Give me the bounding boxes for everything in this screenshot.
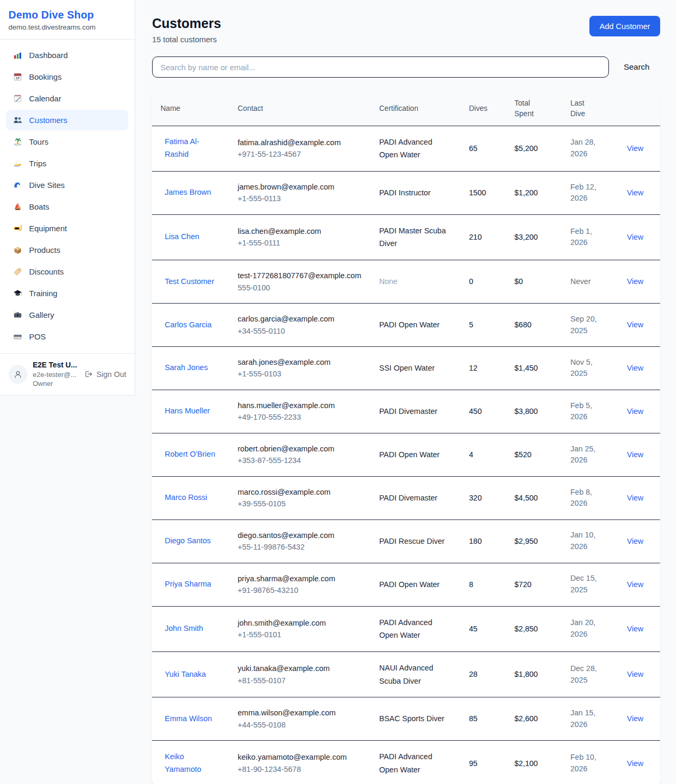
customer-name-link[interactable]: Sarah Jones: [165, 362, 208, 374]
table-row: James Brown james.brown@example.com +1-5…: [152, 171, 660, 214]
customer-email: emma.wilson@example.com: [238, 707, 362, 719]
user-role: Owner: [33, 379, 79, 389]
sidebar-item-training[interactable]: Training: [6, 283, 128, 304]
certification-cell: PADI Open Water: [371, 563, 461, 606]
sign-out-button[interactable]: Sign Out: [84, 370, 126, 379]
search-input[interactable]: [152, 56, 609, 78]
certification-cell: SSI Open Water: [371, 346, 461, 390]
last-dive-cell: Dec 28, 2025: [562, 651, 618, 697]
customer-name-link[interactable]: Priya Sharma: [165, 578, 211, 591]
customer-email: yuki.tanaka@example.com: [238, 663, 362, 674]
view-link[interactable]: View: [627, 188, 643, 197]
table-row: Yuki Tanaka yuki.tanaka@example.com +81-…: [152, 651, 660, 697]
calendar-date-icon: [13, 72, 23, 82]
certification-cell: PADI Advanced Open Water: [371, 126, 461, 171]
dives-cell: 85: [461, 697, 506, 741]
sidebar-item-boats[interactable]: Boats: [6, 196, 128, 217]
certification-cell: BSAC Sports Diver: [371, 697, 461, 741]
customer-phone: +353-87-555-1234: [238, 455, 362, 466]
view-link[interactable]: View: [627, 320, 643, 329]
customer-email: hans.mueller@example.com: [238, 400, 362, 411]
table-body: Fatima Al-Rashid fatima.alrashid@example…: [152, 126, 660, 784]
customer-name-link[interactable]: Keiko Yamamoto: [165, 751, 221, 776]
sidebar-item-customers[interactable]: Customers: [6, 110, 128, 130]
sidebar-item-discounts[interactable]: Discounts: [6, 261, 128, 282]
total-spent-cell: $1,200: [506, 171, 562, 214]
sidebar-item-label: Equipment: [29, 224, 67, 233]
customer-name-link[interactable]: Lisa Chen: [165, 231, 199, 243]
sidebar-item-equipment[interactable]: Equipment: [6, 218, 128, 239]
table-row: Carlos Garcia carlos.garcia@example.com …: [152, 304, 660, 347]
camera-icon: [13, 310, 23, 320]
certification-cell: PADI Instructor: [371, 171, 461, 214]
customer-name-link[interactable]: Robert O'Brien: [165, 448, 215, 461]
view-link[interactable]: View: [627, 714, 643, 723]
sidebar-item-tours[interactable]: Tours: [6, 131, 128, 152]
customer-name-link[interactable]: Fatima Al-Rashid: [165, 136, 221, 161]
sidebar-item-calendar[interactable]: Calendar: [6, 88, 128, 109]
sidebar-item-label: Trips: [29, 159, 46, 168]
view-link[interactable]: View: [627, 580, 643, 589]
customer-name-link[interactable]: Diego Santos: [165, 535, 211, 547]
column-header: Contact: [229, 91, 371, 126]
total-spent-cell: $2,600: [506, 697, 562, 741]
customer-name-link[interactable]: Yuki Tanaka: [165, 668, 206, 681]
sidebar-item-bookings[interactable]: Bookings: [6, 67, 128, 87]
sign-out-icon: [84, 370, 93, 379]
customer-email: marco.rossi@example.com: [238, 486, 362, 498]
view-link[interactable]: View: [627, 233, 643, 241]
app: Demo Dive Shop demo.test.divestreams.com…: [0, 0, 676, 784]
credit-card-icon: [13, 332, 23, 342]
customer-name-link[interactable]: Marco Rossi: [165, 492, 208, 504]
view-link[interactable]: View: [627, 759, 643, 768]
customer-name-link[interactable]: Hans Mueller: [165, 405, 210, 418]
view-link[interactable]: View: [627, 277, 643, 286]
last-dive-cell: Jan 28, 2026: [562, 126, 618, 171]
customer-email: robert.obrien@example.com: [238, 443, 362, 455]
view-link[interactable]: View: [627, 670, 643, 678]
view-link[interactable]: View: [627, 537, 643, 545]
sidebar-item-trips[interactable]: Trips: [6, 153, 128, 174]
tag-icon: [13, 267, 23, 277]
user-name: E2E Test U...: [33, 360, 79, 370]
wave-icon: [13, 180, 23, 190]
sidebar-header: Demo Dive Shop demo.test.divestreams.com: [0, 0, 135, 40]
view-link[interactable]: View: [627, 450, 643, 459]
search-button[interactable]: Search: [609, 62, 660, 72]
customers-table-card: Name Contact Certification Dives Total S…: [152, 91, 660, 784]
sidebar-item-dashboard[interactable]: Dashboard: [6, 45, 128, 65]
customer-name-link[interactable]: Emma Wilson: [165, 713, 212, 725]
view-link[interactable]: View: [627, 494, 643, 502]
customer-name-link[interactable]: Carlos Garcia: [165, 319, 212, 332]
view-link[interactable]: View: [627, 364, 643, 372]
sidebar-item-pos[interactable]: POS: [6, 326, 128, 347]
customer-name-link[interactable]: John Smith: [165, 622, 203, 635]
page-title: Customers: [152, 16, 221, 31]
total-spent-cell: $720: [506, 563, 562, 606]
add-customer-button[interactable]: Add Customer: [589, 16, 660, 36]
customer-name-link[interactable]: James Brown: [165, 186, 211, 199]
avatar: [8, 365, 27, 384]
table-row: Hans Mueller hans.mueller@example.com +4…: [152, 390, 660, 433]
sidebar-item-gallery[interactable]: Gallery: [6, 305, 128, 325]
view-link[interactable]: View: [627, 625, 643, 633]
customer-email: fatima.alrashid@example.com: [238, 137, 362, 148]
last-dive-cell: Feb 5, 2026: [562, 390, 618, 433]
bar-chart-icon: [13, 50, 23, 60]
sidebar-item-products[interactable]: Products: [6, 240, 128, 260]
user-info: E2E Test U... e2e-tester@... Owner: [33, 360, 79, 389]
column-header: [618, 91, 660, 126]
total-spent-cell: $3,200: [506, 214, 562, 260]
customer-name-link[interactable]: Test Customer: [165, 276, 214, 288]
view-link[interactable]: View: [627, 407, 643, 415]
sidebar-item-dive-sites[interactable]: Dive Sites: [6, 175, 128, 195]
last-dive-cell: Feb 10, 2026: [562, 741, 618, 784]
customer-phone: +1-555-0101: [238, 629, 362, 640]
last-dive-cell: Sep 20, 2025: [562, 304, 618, 347]
certification-cell: PADI Master Scuba Diver: [371, 214, 461, 260]
customer-email: james.brown@example.com: [238, 181, 362, 193]
customer-email: priya.sharma@example.com: [238, 573, 362, 584]
view-link[interactable]: View: [627, 144, 643, 153]
certification-cell: NAUI Advanced Scuba Diver: [371, 651, 461, 697]
table-row: Marco Rossi marco.rossi@example.com +39-…: [152, 476, 660, 519]
